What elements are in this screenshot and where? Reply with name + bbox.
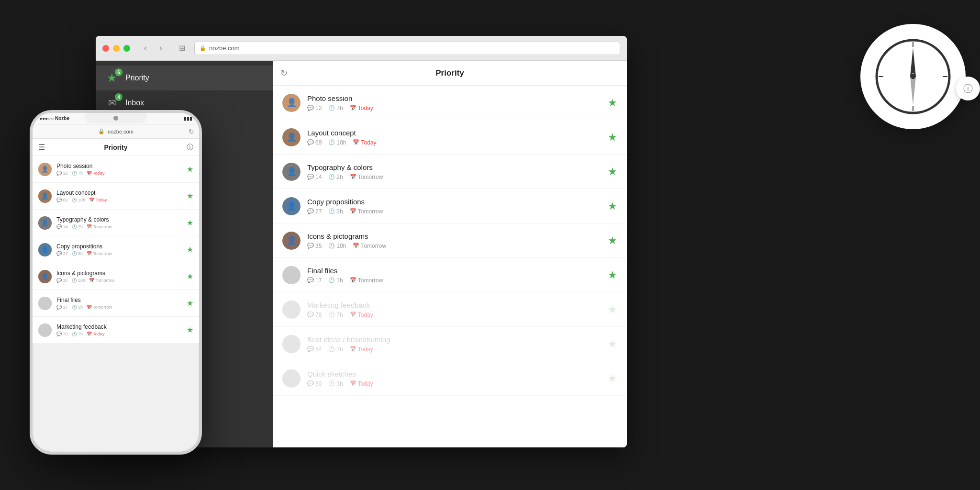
task-meta: 💬 14 🕐 2h 📅 Tomorrow xyxy=(307,174,603,180)
phone-reload-icon[interactable]: ↻ xyxy=(189,128,194,135)
phone-address-bar[interactable]: 🔒 nozbe.com ↻ xyxy=(33,124,199,139)
phone-task-star[interactable]: ★ xyxy=(187,245,193,254)
phone-task-star[interactable]: ★ xyxy=(187,218,193,227)
phone-task-item[interactable]: ✓ Marketing feedback 💬 78 🕐 7h 📅 Today ★ xyxy=(33,317,199,344)
phone-task-item[interactable]: 👤 Typography & colors 💬 14 🕐 2h 📅 Tomorr… xyxy=(33,210,199,236)
phone-menu-icon[interactable]: ☰ xyxy=(38,143,45,152)
task-date: 📅 Tomorrow xyxy=(353,243,386,249)
comment-count: 💬 27 xyxy=(307,208,322,215)
priority-badge: 6 xyxy=(115,68,122,76)
task-item[interactable]: ✓ Best ideas / brainstorming 💬 54 🕐 7h 📅… xyxy=(273,327,627,361)
task-date: 📅 Today xyxy=(353,139,376,146)
inbox-badge: 4 xyxy=(115,93,122,101)
calendar-icon: 📅 xyxy=(350,312,356,318)
task-star[interactable]: ★ xyxy=(608,303,617,316)
duration: 🕐 3h xyxy=(328,208,343,215)
task-item[interactable]: 👤 Icons & pictograms 💬 35 🕐 10h 📅 Tomorr… xyxy=(273,223,627,258)
calendar-icon: 📅 xyxy=(350,380,356,387)
task-star[interactable]: ★ xyxy=(608,131,617,144)
phone-task-item[interactable]: 👤 Photo session 💬 12 🕐 7h 📅 Today ★ xyxy=(33,156,199,183)
comment-count: 💬 78 xyxy=(307,312,322,318)
calendar-icon: 📅 xyxy=(350,105,356,111)
phone-task-item[interactable]: 👤 Icons & pictograms 💬 35 🕐 10h 📅 Tomorr… xyxy=(33,263,199,290)
address-bar[interactable]: 🔒 nozbe.com xyxy=(194,42,620,55)
task-star[interactable]: ★ xyxy=(608,200,617,212)
maximize-button[interactable] xyxy=(123,45,130,52)
phone-task-item[interactable]: Final files 💬 17 🕐 1h 📅 Tomorrow ★ xyxy=(33,290,199,317)
phone-content-header: ☰ Priority ⓘ xyxy=(33,139,199,156)
phone-task-star[interactable]: ★ xyxy=(187,165,193,174)
comment-icon: 💬 xyxy=(307,174,314,180)
task-avatar xyxy=(282,266,301,284)
calendar-icon: 📅 xyxy=(353,139,359,145)
phone-frame: ●●●○○ Nozbe 13:07 ▮▮▮ 🔒 nozbe.com ↻ ☰ Pr… xyxy=(30,110,202,455)
phone-task-avatar: 👤 xyxy=(38,189,52,203)
phone-duration: 🕐 3h xyxy=(72,251,83,256)
phone-task-meta: 💬 14 🕐 2h 📅 Tomorrow xyxy=(56,224,184,229)
title-bar: ‹ › ⊞ 🔒 nozbe.com xyxy=(96,36,627,61)
task-star[interactable]: ★ xyxy=(608,338,617,350)
traffic-lights xyxy=(102,45,130,52)
duration: 🕐 10h xyxy=(328,139,346,146)
phone-task-avatar: 👤 xyxy=(38,163,52,176)
inbox-icon: ✉ xyxy=(108,98,116,108)
clock-icon: 🕐 xyxy=(328,312,335,318)
task-item[interactable]: 👤 Copy propositions 💬 27 🕐 3h 📅 Tomorrow… xyxy=(273,189,627,223)
calendar-icon: 📅 xyxy=(350,174,356,180)
back-button[interactable]: ‹ xyxy=(139,42,152,55)
phone-task-star[interactable]: ★ xyxy=(187,272,193,281)
phone-task-name: Typography & colors xyxy=(56,216,184,223)
duration: 🕐 7h xyxy=(328,312,343,318)
forward-button[interactable]: › xyxy=(154,42,167,55)
task-date: 📅 Today xyxy=(350,346,373,353)
phone-task-item[interactable]: 👤 Copy propositions 💬 27 🕐 3h 📅 Tomorrow… xyxy=(33,236,199,263)
phone-task-date: 📅 Today xyxy=(87,171,104,176)
clock-icon: 🕐 xyxy=(328,277,335,283)
task-list: 👤 Photo session 💬 12 🕐 7h 📅 Today ★ 👤 La… xyxy=(273,86,627,447)
task-item[interactable]: 👤 Photo session 💬 12 🕐 7h 📅 Today ★ xyxy=(273,86,627,120)
task-item[interactable]: ✓ Marketing feedback 💬 78 🕐 7h 📅 Today ★ xyxy=(273,292,627,327)
refresh-button[interactable]: ↻ xyxy=(280,68,288,78)
phone-title: Priority xyxy=(104,144,127,151)
sidebar-toggle-button[interactable]: ⊞ xyxy=(174,42,189,55)
phone-task-star[interactable]: ★ xyxy=(187,325,193,334)
task-avatar: 👤 xyxy=(282,163,301,181)
task-star[interactable]: ★ xyxy=(608,234,617,247)
task-item[interactable]: Final files 💬 17 🕐 1h 📅 Tomorrow ★ xyxy=(273,258,627,292)
task-item[interactable]: 👤 Layout concept 💬 69 🕐 10h 📅 Today ★ xyxy=(273,120,627,155)
comment-icon: 💬 xyxy=(307,346,314,352)
phone-info-icon[interactable]: ⓘ xyxy=(187,143,193,152)
duration: 🕐 7h xyxy=(328,105,343,111)
phone-comment-count: 💬 78 xyxy=(56,332,68,336)
phone-duration: 🕐 2h xyxy=(72,224,83,229)
phone-task-star[interactable]: ★ xyxy=(187,191,193,200)
phone-camera xyxy=(113,116,118,121)
sidebar-item-priority[interactable]: ★ 6 Priority xyxy=(96,66,273,90)
task-info: Final files 💬 17 🕐 1h 📅 Tomorrow xyxy=(307,267,603,284)
task-meta: 💬 27 🕐 3h 📅 Tomorrow xyxy=(307,208,603,215)
task-name: Best ideas / brainstorming xyxy=(307,335,603,344)
phone-task-meta: 💬 17 🕐 1h 📅 Tomorrow xyxy=(56,305,184,310)
phone-status-left: ●●●○○ Nozbe xyxy=(39,116,69,121)
phone-task-item[interactable]: 👤 Layout concept 💬 69 🕐 10h 📅 Today ★ xyxy=(33,183,199,210)
phone-comment-count: 💬 12 xyxy=(56,171,68,176)
phone-duration: 🕐 10h xyxy=(72,198,86,202)
task-meta: 💬 69 🕐 10h 📅 Today xyxy=(307,139,603,146)
task-item[interactable]: 👤 Typography & colors 💬 14 🕐 2h 📅 Tomorr… xyxy=(273,155,627,189)
task-info: Copy propositions 💬 27 🕐 3h 📅 Tomorrow xyxy=(307,198,603,215)
minimize-button[interactable] xyxy=(113,45,120,52)
task-star[interactable]: ★ xyxy=(608,97,617,109)
task-item[interactable]: ✓ Quick sketches 💬 30 🕐 3h 📅 Today ★ xyxy=(273,361,627,396)
compass-wrap xyxy=(860,24,966,129)
clock-icon: 🕐 xyxy=(328,174,335,180)
info-button[interactable]: ⓘ xyxy=(956,77,980,100)
phone-task-date: 📅 Today xyxy=(89,198,107,202)
phone-task-info: Copy propositions 💬 27 🕐 3h 📅 Tomorrow xyxy=(56,243,184,256)
duration: 🕐 3h xyxy=(328,380,343,387)
task-star[interactable]: ★ xyxy=(608,166,617,178)
task-star[interactable]: ★ xyxy=(608,372,617,385)
phone-task-info: Final files 💬 17 🕐 1h 📅 Tomorrow xyxy=(56,297,184,310)
phone-task-star[interactable]: ★ xyxy=(187,299,193,308)
task-star[interactable]: ★ xyxy=(608,269,617,281)
close-button[interactable] xyxy=(102,45,109,52)
